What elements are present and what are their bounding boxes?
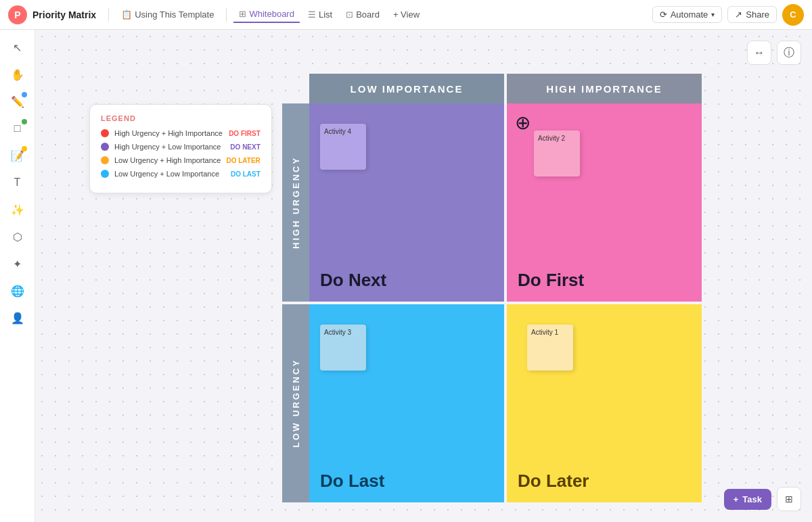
row-label-high: HIGH URGENCY	[282, 103, 309, 302]
do-last-label: Do Last	[320, 471, 384, 492]
shape-badge	[22, 119, 27, 124]
left-sidebar: ↖ ✋ ✏️ □ 📝 T ✨ ⬡ ✦ 🌐 👤	[0, 30, 35, 522]
priority-matrix: LOW IMPORTANCE HIGH IMPORTANCE HIGH URGE…	[282, 74, 702, 506]
share-button[interactable]: ↗ Share	[727, 6, 777, 23]
cursor-icon[interactable]: ↖	[5, 35, 30, 60]
template-icon: 📋	[121, 9, 132, 20]
hand-icon[interactable]: ✋	[5, 62, 30, 87]
add-task-button[interactable]: + Task	[724, 489, 771, 510]
quadrant-do-first[interactable]: ⊕ Activity 2 Do First	[507, 103, 702, 302]
row-low-urgency: LOW URGENCY Activity 3 Do Last Activity …	[282, 304, 702, 502]
chevron-down-icon: ▾	[711, 11, 715, 18]
pen-icon[interactable]: ✏️	[5, 89, 30, 114]
bottom-controls: + Task ⊞	[724, 487, 801, 511]
legend-panel: LEGEND High Urgency + High Importance DO…	[89, 104, 272, 193]
canvas-controls: ↔ ⓘ	[747, 41, 801, 65]
board-icon: ⊡	[346, 9, 353, 20]
automate-icon: ⟳	[660, 9, 667, 20]
tab-board[interactable]: ⊡ Board	[340, 7, 385, 22]
legend-dot-later	[101, 156, 109, 164]
matrix-grid: HIGH URGENCY Activity 4 Do Next ⊕ Activi…	[282, 103, 702, 502]
legend-dot-last	[101, 170, 109, 178]
whiteboard-canvas[interactable]: ↔ ⓘ LEGEND High Urgency + High Importanc…	[35, 30, 812, 522]
sticky-icon[interactable]: 📝	[5, 143, 30, 168]
main-area: ↖ ✋ ✏️ □ 📝 T ✨ ⬡ ✦ 🌐 👤 ↔ ⓘ LEGEND	[0, 30, 812, 522]
alert-icon: ⊕	[515, 112, 531, 134]
plus-icon: +	[734, 494, 739, 504]
legend-item-next: High Urgency + Low Importance DO NEXT	[101, 143, 261, 151]
sticky-activity3[interactable]: Activity 3	[320, 325, 366, 371]
ai-icon[interactable]: ✦	[5, 252, 30, 276]
quadrant-do-later[interactable]: Activity 1 Do Later	[507, 304, 702, 502]
legend-dot-next	[101, 143, 109, 151]
column-headers: LOW IMPORTANCE HIGH IMPORTANCE	[309, 74, 702, 103]
info-icon[interactable]: ⓘ	[777, 41, 801, 65]
pen-badge	[22, 92, 27, 97]
legend-dot-first	[101, 129, 109, 137]
hub-icon[interactable]: ⬡	[5, 224, 30, 249]
nav-right: ⟳ Automate ▾ ↗ Share C	[652, 4, 804, 26]
text-icon[interactable]: T	[5, 170, 30, 195]
nav-divider	[108, 8, 109, 22]
col-low-importance: LOW IMPORTANCE	[309, 74, 504, 103]
shape-icon[interactable]: □	[5, 116, 30, 141]
list-icon: ☰	[308, 9, 316, 20]
person-icon[interactable]: 👤	[5, 306, 30, 330]
sticky-badge	[22, 146, 27, 151]
whiteboard-icon: ⊞	[239, 9, 246, 19]
do-later-label: Do Later	[518, 471, 589, 492]
nav-divider2	[226, 8, 227, 22]
quadrant-do-last[interactable]: Activity 3 Do Last	[309, 304, 504, 502]
legend-item-last: Low Urgency + Low Importance DO LAST	[101, 170, 261, 178]
col-high-importance: HIGH IMPORTANCE	[507, 74, 702, 103]
sticky-activity2[interactable]: Activity 2	[534, 130, 580, 176]
do-next-label: Do Next	[320, 270, 386, 291]
expand-icon[interactable]: ↔	[747, 41, 771, 65]
globe-icon[interactable]: 🌐	[5, 279, 30, 303]
view-button[interactable]: + View	[388, 7, 425, 22]
quadrant-do-next[interactable]: Activity 4 Do Next	[309, 103, 504, 302]
using-template-link[interactable]: 📋 Using This Template	[116, 7, 219, 22]
legend-item-first: High Urgency + High Importance DO FIRST	[101, 129, 261, 137]
avatar: C	[782, 4, 804, 26]
top-nav: P Priority Matrix 📋 Using This Template …	[0, 0, 812, 30]
grid-view-button[interactable]: ⊞	[777, 487, 801, 511]
legend-title: LEGEND	[101, 114, 261, 122]
tab-whiteboard[interactable]: ⊞ Whiteboard	[233, 6, 299, 23]
magic-icon[interactable]: ✨	[5, 197, 30, 222]
row-label-low: LOW URGENCY	[282, 304, 309, 502]
sticky-activity4[interactable]: Activity 4	[320, 124, 366, 170]
do-first-label: Do First	[518, 270, 584, 291]
automate-button[interactable]: ⟳ Automate ▾	[652, 6, 723, 23]
app-title: Priority Matrix	[32, 9, 96, 20]
legend-item-later: Low Urgency + High Importance DO LATER	[101, 156, 261, 164]
sticky-activity1[interactable]: Activity 1	[527, 325, 573, 371]
row-high-urgency: HIGH URGENCY Activity 4 Do Next ⊕ Activi…	[282, 103, 702, 302]
share-icon: ↗	[735, 9, 742, 20]
tab-list[interactable]: ☰ List	[302, 7, 338, 22]
app-logo: P	[8, 5, 27, 24]
